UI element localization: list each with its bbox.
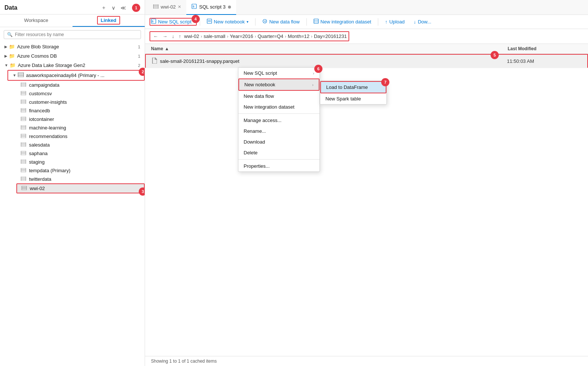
close-tab-wwi-02[interactable]: ✕ — [178, 4, 181, 9]
primary-storage-icon — [18, 73, 24, 78]
download-button[interactable]: ↓ Dow... — [410, 17, 435, 26]
data-lake-label: Azure Data Lake Storage Gen2 — [18, 62, 85, 68]
container-icon-6 — [21, 125, 26, 131]
svg-rect-12 — [21, 108, 26, 112]
ctx-rename[interactable]: Rename... — [238, 126, 319, 137]
child-iotcontainer[interactable]: iotcontainer — [16, 115, 145, 123]
new-dataflow-button[interactable]: New data flow — [258, 17, 303, 26]
container-icon-2 — [21, 91, 26, 96]
upload-icon: ↑ — [385, 19, 388, 25]
container-icon-9 — [21, 151, 26, 156]
annotation-5: 5 — [491, 51, 499, 59]
svg-rect-0 — [18, 73, 24, 77]
child-recommendations[interactable]: recommendations — [16, 132, 145, 141]
svg-rect-42 — [153, 4, 158, 9]
ctx-delete[interactable]: Delete — [238, 147, 319, 158]
ctx-new-dataflow[interactable]: New data flow — [238, 91, 319, 102]
bc-sep-1: › — [227, 34, 228, 39]
child-machine-learning[interactable]: machine-learning — [16, 123, 145, 132]
child-customcsv[interactable]: customcsv — [16, 89, 145, 98]
status-bar: Showing 1 to 1 of 1 cached items — [145, 356, 588, 366]
bc-segment-1[interactable]: sale-small — [203, 33, 225, 39]
expand-button[interactable]: ∨ — [110, 4, 117, 12]
file-row-container: sale-small-20161231-snappy.parquet 5 11:… — [145, 54, 588, 68]
panel-tabs: Workspace Linked — [0, 15, 145, 27]
container-icon-3 — [21, 100, 26, 105]
sub-new-spark-table[interactable]: New Spark table — [320, 93, 386, 104]
tree-item-data-lake[interactable]: ▼ 📁 Azure Data Lake Storage Gen2 2 — [0, 61, 145, 70]
bc-segment-4[interactable]: Month=12 — [288, 33, 309, 39]
tab-storage-icon — [153, 4, 158, 10]
child-staging[interactable]: staging — [16, 158, 145, 166]
add-button[interactable]: ＋ — [100, 4, 108, 12]
container-icon-10 — [21, 160, 26, 165]
header-actions: ＋ ∨ ≪ 1 — [100, 4, 140, 12]
ctx-new-notebook[interactable]: New notebook › — [238, 78, 319, 91]
svg-rect-6 — [21, 91, 26, 95]
status-text: Showing 1 to 1 of 1 cached items — [151, 359, 217, 364]
bc-forward-button[interactable]: → — [161, 33, 169, 40]
ctx-download[interactable]: Download — [238, 137, 319, 147]
cosmos-db-label: Azure Cosmos DB — [17, 53, 57, 59]
tab-sql-script-label: SQL script 3 — [199, 4, 225, 10]
tree-item-primary-storage[interactable]: ▼ asaworkspaceinaday84 (Primary - ... 2 — [7, 70, 145, 81]
bc-sep-3: › — [285, 34, 286, 39]
ctx-manage-access[interactable]: Manage access... — [238, 115, 319, 126]
container-icon-5 — [21, 117, 26, 122]
notebook-dropdown-icon: ▾ — [247, 20, 248, 24]
tab-sql-script-3[interactable]: S SQL script 3 — [186, 0, 236, 15]
primary-storage-label: asaworkspaceinaday84 (Primary - ... — [26, 73, 105, 78]
svg-rect-53 — [314, 19, 318, 23]
bc-segment-3[interactable]: Quarter=Q4 — [258, 33, 283, 39]
search-input[interactable] — [15, 32, 138, 37]
sub-load-to-dataframe[interactable]: Load to DataFrame — [320, 81, 386, 93]
bc-segment-5[interactable]: Day=20161231 — [314, 33, 347, 39]
new-integration-dataset-button[interactable]: New integration dataset — [310, 17, 375, 26]
child-wwi-02[interactable]: wwi-02 3 — [16, 183, 145, 193]
bc-segment-2[interactable]: Year=2016 — [230, 33, 253, 39]
cosmos-icon: 📁 — [9, 53, 15, 59]
child-tempdata[interactable]: tempdata (Primary) — [16, 166, 145, 175]
child-saphana[interactable]: saphana — [16, 149, 145, 158]
primary-storage-container: ▼ asaworkspaceinaday84 (Primary - ... 2 — [0, 70, 145, 193]
separator-4 — [378, 18, 378, 26]
collapse-button[interactable]: ≪ — [119, 4, 128, 12]
container-icon-4 — [21, 108, 26, 113]
new-sql-script-button[interactable]: S New SQL script ▾ — [150, 18, 197, 26]
child-financedb[interactable]: financedb — [16, 106, 145, 115]
search-box[interactable]: 🔍 — [4, 30, 141, 39]
tree-item-blob-storage[interactable]: ▶ 📁 Azure Blob Storage 1 — [0, 42, 145, 51]
chevron-right-icon: ▶ — [4, 45, 7, 49]
upload-button[interactable]: ↑ Upload — [381, 17, 408, 26]
bc-back-button[interactable]: ← — [152, 33, 160, 40]
tabs-bar: wwi-02 ✕ S SQL script 3 — [145, 0, 588, 15]
container-icon-13 — [22, 186, 27, 191]
tab-workspace[interactable]: Workspace — [0, 15, 73, 27]
ctx-new-sql-script[interactable]: New SQL script › — [238, 68, 319, 78]
child-customer-insights[interactable]: customer-insights — [16, 98, 145, 106]
file-area: Name ▲ Last Modified sale-small-20161231… — [145, 44, 588, 356]
bc-down-button[interactable]: ↓ — [170, 33, 176, 40]
dataflow-icon — [262, 19, 267, 25]
svg-rect-9 — [21, 100, 26, 104]
bc-up-button[interactable]: ↑ — [177, 33, 183, 40]
file-row-0[interactable]: sale-small-20161231-snappy.parquet 5 11:… — [145, 54, 588, 68]
container-icon-12 — [21, 177, 26, 182]
separator-3 — [306, 18, 307, 26]
svg-rect-39 — [22, 186, 27, 190]
child-twitterdata[interactable]: twitterdata — [16, 175, 145, 183]
new-notebook-button[interactable]: New notebook ▾ — [203, 17, 252, 26]
tree-item-cosmos-db[interactable]: ▶ 📁 Azure Cosmos DB 1 — [0, 51, 145, 61]
container-icon-8 — [21, 142, 26, 148]
child-campaigndata[interactable]: campaigndata — [16, 81, 145, 89]
tab-wwi-02[interactable]: wwi-02 ✕ — [148, 0, 186, 15]
ctx-properties[interactable]: Properties... — [238, 161, 319, 171]
bc-segment-0[interactable]: wwi-02 — [184, 33, 199, 39]
sql-script-icon: S — [151, 19, 156, 25]
tab-linked[interactable]: Linked — [73, 15, 145, 27]
child-salesdata[interactable]: salesdata — [16, 141, 145, 149]
file-table-header: Name ▲ Last Modified — [145, 44, 588, 54]
bc-sep-2: › — [255, 34, 256, 39]
ctx-new-integration-dataset[interactable]: New integration dataset — [238, 102, 319, 112]
tree-area: ▶ 📁 Azure Blob Storage 1 ▶ 📁 Azure Cosmo… — [0, 42, 145, 366]
